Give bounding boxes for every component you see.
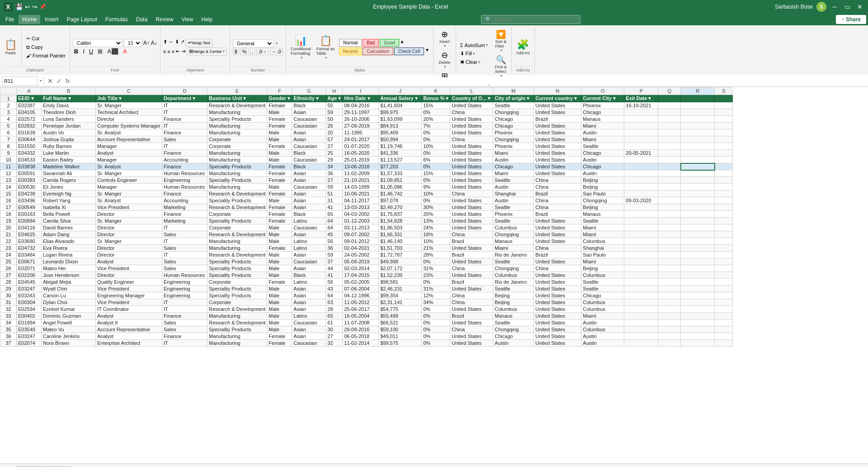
- cell-r34c11[interactable]: United States: [450, 319, 493, 326]
- cell-r29c16[interactable]: [658, 286, 681, 292]
- cell-r8c18[interactable]: [715, 143, 733, 150]
- cell-r7c18[interactable]: [715, 136, 733, 143]
- cell-r34c18[interactable]: [715, 319, 733, 326]
- cell-r33c15[interactable]: [624, 313, 658, 319]
- cell-r35c6[interactable]: Asian: [292, 326, 326, 333]
- menu-item-pagelayout[interactable]: Page Layout: [63, 15, 100, 24]
- cell-r33c10[interactable]: 0%: [422, 313, 450, 319]
- cell-r24c10[interactable]: 28%: [422, 252, 450, 258]
- cell-r29c7[interactable]: 43: [326, 286, 343, 292]
- cell-r15c4[interactable]: Research & Development: [208, 191, 267, 197]
- cell-r22c5[interactable]: Male: [267, 238, 292, 245]
- cell-r34c3[interactable]: Sales: [162, 319, 208, 326]
- header-gender[interactable]: Gender ▾: [267, 95, 292, 102]
- cell-r10c16[interactable]: [658, 157, 681, 163]
- cell-r14c6[interactable]: Caucasian: [292, 184, 326, 191]
- cell-r9c9[interactable]: $41,336: [379, 150, 422, 157]
- cell-r36c10[interactable]: 0%: [422, 333, 450, 340]
- cell-r3c6[interactable]: Asian: [292, 109, 326, 116]
- cell-r14c4[interactable]: Manufacturing: [208, 184, 267, 191]
- cell-r32c2[interactable]: IT Coordinator: [96, 306, 162, 313]
- header-currentcountry[interactable]: Current country ▾: [534, 95, 581, 102]
- cell-r27c16[interactable]: [658, 272, 681, 279]
- cell-r16c4[interactable]: Speciality Products: [208, 197, 267, 204]
- delete-button[interactable]: ⊖ Delete ▾: [437, 49, 452, 70]
- cell-r17c18[interactable]: [715, 204, 733, 211]
- cell-r29c11[interactable]: United States: [450, 286, 493, 292]
- cell-r32c4[interactable]: Research & Development: [208, 306, 267, 313]
- cell-r22c11[interactable]: Brazil: [450, 238, 493, 245]
- cell-r21c16[interactable]: [658, 231, 681, 238]
- col-I[interactable]: I: [343, 87, 379, 95]
- cell-r37c11[interactable]: United States: [450, 340, 493, 347]
- cell-r27c6[interactable]: Black: [292, 272, 326, 279]
- col-S[interactable]: S: [715, 87, 733, 95]
- cell-r7c3[interactable]: Sales: [162, 136, 208, 143]
- cell-r21c13[interactable]: United States: [534, 231, 581, 238]
- style-neutral[interactable]: Neutral: [339, 48, 362, 55]
- cell-r19c14[interactable]: Seattle: [581, 218, 624, 224]
- cell-r22c17[interactable]: [681, 238, 715, 245]
- align-center-button[interactable]: ≡: [167, 49, 170, 54]
- cell-r32c14[interactable]: Columbus: [581, 306, 624, 313]
- cell-r15c16[interactable]: [658, 191, 681, 197]
- cell-r14c7[interactable]: 59: [326, 184, 343, 191]
- cell-r6c16[interactable]: [658, 129, 681, 136]
- number-format-select[interactable]: General: [233, 39, 274, 48]
- cell-r30c10[interactable]: 12%: [422, 292, 450, 299]
- cell-r16c8[interactable]: 04-11-2017: [343, 197, 379, 204]
- cell-r30c2[interactable]: Engineering Manager: [96, 292, 162, 299]
- cell-r3c0[interactable]: E04105: [17, 109, 42, 116]
- cell-r19c17[interactable]: [681, 218, 715, 224]
- cell-r16c18[interactable]: [715, 197, 733, 204]
- cell-r35c12[interactable]: Chongqing: [493, 326, 534, 333]
- cell-r13c0[interactable]: E00383: [17, 177, 42, 184]
- cancel-formula-icon[interactable]: ✕: [46, 77, 55, 85]
- cell-r13c2[interactable]: Controls Engineer: [96, 177, 162, 184]
- cell-r13c18[interactable]: [715, 177, 733, 184]
- cell-r17c5[interactable]: Female: [267, 204, 292, 211]
- col-Q[interactable]: Q: [658, 87, 681, 95]
- cell-r22c1[interactable]: Elias Alvarado: [42, 238, 96, 245]
- header-hiredate[interactable]: Hire Date ▾: [343, 95, 379, 102]
- cell-r5c10[interactable]: 7%: [422, 123, 450, 129]
- cell-r2c4[interactable]: Research & Development: [208, 102, 267, 109]
- cell-r30c17[interactable]: [681, 292, 715, 299]
- cell-r25c5[interactable]: Male: [267, 258, 292, 265]
- cell-r21c10[interactable]: 18%: [422, 231, 450, 238]
- cell-r4c18[interactable]: [715, 116, 733, 123]
- name-box[interactable]: [2, 76, 38, 86]
- cell-r18c12[interactable]: Phoenix: [493, 211, 534, 218]
- cell-r25c8[interactable]: 05-09-2019: [343, 258, 379, 265]
- align-bottom-button[interactable]: ⬇: [175, 39, 179, 47]
- cell-r9c5[interactable]: Male: [267, 150, 292, 157]
- cell-r31c10[interactable]: 34%: [422, 299, 450, 306]
- cell-r23c0[interactable]: E04732: [17, 245, 42, 252]
- cell-r16c6[interactable]: Asian: [292, 197, 326, 204]
- cell-r26c7[interactable]: 44: [326, 265, 343, 272]
- cell-r20c11[interactable]: United States: [450, 224, 493, 231]
- underline-button[interactable]: U: [88, 48, 94, 55]
- cell-r27c0[interactable]: E02206: [17, 272, 42, 279]
- cell-r6c13[interactable]: United States: [534, 129, 581, 136]
- cell-r6c0[interactable]: E01639: [17, 129, 42, 136]
- cell-r8c6[interactable]: Caucasian: [292, 143, 326, 150]
- cell-r17c2[interactable]: Vice President: [96, 204, 162, 211]
- cell-r19c7[interactable]: 64: [326, 218, 343, 224]
- cell-r14c12[interactable]: Austin: [493, 184, 534, 191]
- cell-r33c16[interactable]: [658, 313, 681, 319]
- cell-r2c17[interactable]: [681, 102, 715, 109]
- cell-r3c5[interactable]: Male: [267, 109, 292, 116]
- cell-r3c11[interactable]: China: [450, 109, 493, 116]
- cell-r27c2[interactable]: Director: [96, 272, 162, 279]
- cell-r5c14[interactable]: Miami: [581, 123, 624, 129]
- cell-r5c12[interactable]: Chicago: [493, 123, 534, 129]
- cell-r26c9[interactable]: $2,07,172: [379, 265, 422, 272]
- cell-r28c1[interactable]: Abigail Mejia: [42, 279, 96, 286]
- increase-indent-button[interactable]: ⇥: [181, 48, 185, 54]
- cell-r2c16[interactable]: [658, 102, 681, 109]
- cell-r2c7[interactable]: 55: [326, 102, 343, 109]
- cell-r21c6[interactable]: Asian: [292, 231, 326, 238]
- cell-r33c1[interactable]: Dominic Guzman: [42, 313, 96, 319]
- cell-r15c15[interactable]: [624, 191, 658, 197]
